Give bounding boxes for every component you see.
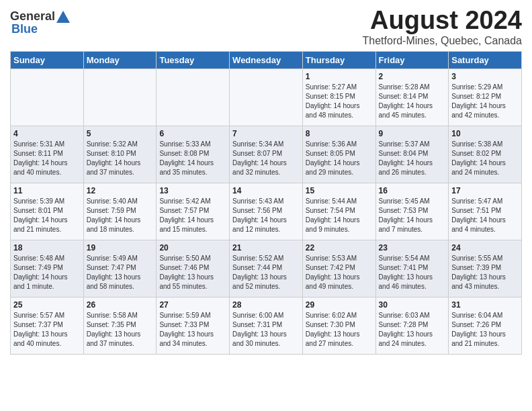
calendar-cell: 28Sunrise: 6:00 AMSunset: 7:31 PMDayligh… (230, 297, 303, 354)
logo-blue: Blue (11, 22, 38, 36)
calendar-cell (157, 68, 230, 126)
day-number: 2 (379, 72, 446, 81)
calendar-cell (83, 68, 157, 126)
day-number: 30 (379, 300, 446, 310)
day-info: Sunrise: 5:43 AMSunset: 7:56 PMDaylight:… (232, 197, 300, 234)
day-info: Sunrise: 6:03 AMSunset: 7:28 PMDaylight:… (379, 311, 446, 349)
day-info: Sunrise: 5:52 AMSunset: 7:44 PMDaylight:… (232, 254, 300, 291)
calendar-cell: 21Sunrise: 5:52 AMSunset: 7:44 PMDayligh… (230, 240, 303, 297)
calendar-cell: 7Sunrise: 5:34 AMSunset: 8:07 PMDaylight… (230, 126, 303, 183)
day-info: Sunrise: 5:33 AMSunset: 8:08 PMDaylight:… (159, 140, 226, 177)
calendar-cell: 11Sunrise: 5:39 AMSunset: 8:01 PMDayligh… (11, 183, 84, 240)
day-info: Sunrise: 5:37 AMSunset: 8:04 PMDaylight:… (379, 140, 446, 177)
calendar-cell: 1Sunrise: 5:27 AMSunset: 8:15 PMDaylight… (302, 68, 375, 126)
day-number: 16 (379, 186, 446, 195)
calendar-cell: 20Sunrise: 5:50 AMSunset: 7:46 PMDayligh… (157, 240, 230, 297)
calendar-day-header: Wednesday (230, 51, 303, 68)
day-info: Sunrise: 5:45 AMSunset: 7:53 PMDaylight:… (379, 197, 446, 234)
page-subtitle: Thetford-Mines, Quebec, Canada (363, 35, 522, 47)
calendar-week-row: 18Sunrise: 5:48 AMSunset: 7:49 PMDayligh… (11, 240, 522, 297)
day-info: Sunrise: 6:02 AMSunset: 7:30 PMDaylight:… (306, 311, 373, 349)
day-number: 20 (159, 243, 226, 253)
calendar-cell: 18Sunrise: 5:48 AMSunset: 7:49 PMDayligh… (11, 240, 84, 297)
day-number: 3 (451, 72, 519, 81)
calendar-cell: 4Sunrise: 5:31 AMSunset: 8:11 PMDaylight… (11, 126, 84, 183)
day-number: 5 (87, 129, 154, 138)
calendar-header-row: SundayMondayTuesdayWednesdayThursdayFrid… (11, 51, 522, 68)
calendar-cell: 29Sunrise: 6:02 AMSunset: 7:30 PMDayligh… (302, 297, 375, 354)
day-info: Sunrise: 5:59 AMSunset: 7:33 PMDaylight:… (159, 311, 226, 349)
day-number: 18 (13, 243, 81, 253)
day-number: 10 (451, 129, 519, 138)
calendar-cell: 17Sunrise: 5:47 AMSunset: 7:51 PMDayligh… (449, 183, 522, 240)
day-number: 29 (306, 300, 373, 310)
day-info: Sunrise: 5:53 AMSunset: 7:42 PMDaylight:… (306, 254, 373, 291)
day-number: 9 (379, 129, 446, 138)
day-number: 8 (306, 129, 373, 138)
day-number: 28 (232, 300, 300, 310)
calendar-cell: 16Sunrise: 5:45 AMSunset: 7:53 PMDayligh… (375, 183, 449, 240)
day-info: Sunrise: 5:34 AMSunset: 8:07 PMDaylight:… (232, 140, 300, 177)
day-info: Sunrise: 5:39 AMSunset: 8:01 PMDaylight:… (13, 197, 81, 234)
day-info: Sunrise: 5:48 AMSunset: 7:49 PMDaylight:… (13, 254, 81, 291)
calendar-cell: 13Sunrise: 5:42 AMSunset: 7:57 PMDayligh… (157, 183, 230, 240)
logo: General Blue (10, 7, 70, 36)
calendar-cell: 5Sunrise: 5:32 AMSunset: 8:10 PMDaylight… (83, 126, 157, 183)
calendar-day-header: Friday (375, 51, 449, 68)
logo-general: General (10, 9, 55, 24)
svg-marker-0 (56, 11, 70, 23)
day-number: 24 (451, 243, 519, 253)
day-number: 14 (232, 186, 300, 195)
day-info: Sunrise: 5:27 AMSunset: 8:15 PMDaylight:… (306, 83, 373, 120)
calendar-cell: 22Sunrise: 5:53 AMSunset: 7:42 PMDayligh… (302, 240, 375, 297)
calendar-week-row: 4Sunrise: 5:31 AMSunset: 8:11 PMDaylight… (11, 126, 522, 183)
day-number: 21 (232, 243, 300, 253)
day-number: 23 (379, 243, 446, 253)
day-number: 25 (13, 300, 81, 310)
calendar-cell: 2Sunrise: 5:28 AMSunset: 8:14 PMDaylight… (375, 68, 449, 126)
day-number: 4 (13, 129, 81, 138)
page-title: August 2024 (363, 7, 522, 35)
day-number: 22 (306, 243, 373, 253)
calendar-cell (230, 68, 303, 126)
calendar-day-header: Sunday (11, 51, 84, 68)
day-number: 7 (232, 129, 300, 138)
calendar-cell: 25Sunrise: 5:57 AMSunset: 7:37 PMDayligh… (11, 297, 84, 354)
day-info: Sunrise: 5:36 AMSunset: 8:05 PMDaylight:… (306, 140, 373, 177)
day-number: 15 (306, 186, 373, 195)
calendar-day-header: Saturday (449, 51, 522, 68)
day-number: 31 (451, 300, 519, 310)
day-info: Sunrise: 5:58 AMSunset: 7:35 PMDaylight:… (87, 311, 154, 349)
calendar-cell: 26Sunrise: 5:58 AMSunset: 7:35 PMDayligh… (83, 297, 157, 354)
day-number: 19 (87, 243, 154, 253)
day-info: Sunrise: 5:31 AMSunset: 8:11 PMDaylight:… (13, 140, 81, 177)
day-number: 1 (306, 72, 373, 81)
day-info: Sunrise: 5:40 AMSunset: 7:59 PMDaylight:… (87, 197, 154, 234)
calendar-day-header: Monday (83, 51, 157, 68)
logo-icon (56, 11, 70, 23)
day-number: 27 (159, 300, 226, 310)
calendar-cell (11, 68, 84, 126)
day-info: Sunrise: 5:55 AMSunset: 7:39 PMDaylight:… (451, 254, 519, 291)
day-number: 26 (87, 300, 154, 310)
calendar-cell: 19Sunrise: 5:49 AMSunset: 7:47 PMDayligh… (83, 240, 157, 297)
day-info: Sunrise: 5:49 AMSunset: 7:47 PMDaylight:… (87, 254, 154, 291)
day-info: Sunrise: 5:32 AMSunset: 8:10 PMDaylight:… (87, 140, 154, 177)
day-info: Sunrise: 5:47 AMSunset: 7:51 PMDaylight:… (451, 197, 519, 234)
day-info: Sunrise: 5:29 AMSunset: 8:12 PMDaylight:… (451, 83, 519, 120)
calendar-cell: 31Sunrise: 6:04 AMSunset: 7:26 PMDayligh… (449, 297, 522, 354)
calendar-cell: 30Sunrise: 6:03 AMSunset: 7:28 PMDayligh… (375, 297, 449, 354)
day-number: 6 (159, 129, 226, 138)
calendar-cell: 23Sunrise: 5:54 AMSunset: 7:41 PMDayligh… (375, 240, 449, 297)
calendar-cell: 6Sunrise: 5:33 AMSunset: 8:08 PMDaylight… (157, 126, 230, 183)
title-block: August 2024 Thetford-Mines, Quebec, Cana… (363, 7, 522, 47)
calendar-cell: 3Sunrise: 5:29 AMSunset: 8:12 PMDaylight… (449, 68, 522, 126)
page-header: General Blue August 2024 Thetford-Mines,… (10, 7, 522, 47)
day-info: Sunrise: 5:28 AMSunset: 8:14 PMDaylight:… (379, 83, 446, 120)
calendar-week-row: 11Sunrise: 5:39 AMSunset: 8:01 PMDayligh… (11, 183, 522, 240)
day-info: Sunrise: 5:57 AMSunset: 7:37 PMDaylight:… (13, 311, 81, 349)
calendar-week-row: 1Sunrise: 5:27 AMSunset: 8:15 PMDaylight… (11, 68, 522, 126)
day-info: Sunrise: 5:38 AMSunset: 8:02 PMDaylight:… (451, 140, 519, 177)
calendar-cell: 15Sunrise: 5:44 AMSunset: 7:54 PMDayligh… (302, 183, 375, 240)
day-number: 17 (451, 186, 519, 195)
